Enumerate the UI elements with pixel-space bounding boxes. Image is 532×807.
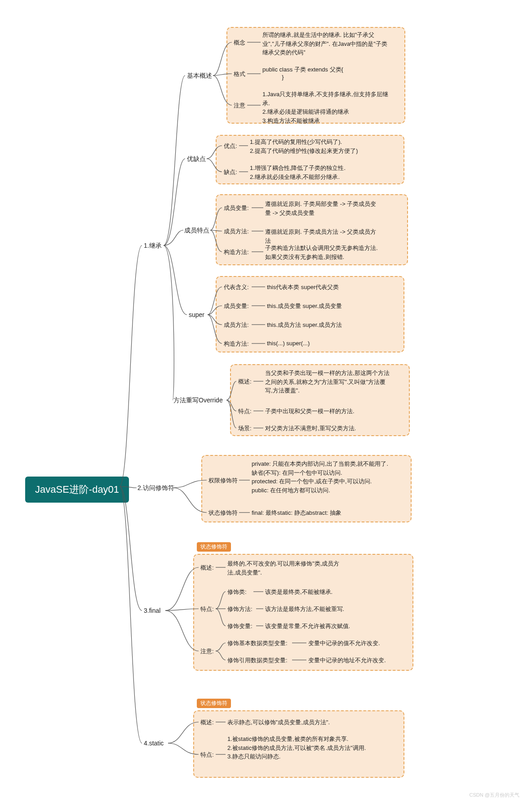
node-fb3: 该变量是常量,不允许被再次赋值. — [265, 622, 350, 630]
node-basic-note-l: 注意 — [234, 102, 245, 110]
node-con-l: 缺点: — [224, 168, 237, 176]
node-fb2: 该方法是最终方法,不能被重写. — [265, 605, 344, 613]
node-stb: 1.被static修饰的成员变量,被类的所有对象共享. 2.被static修饰的… — [227, 735, 380, 761]
node-access: 2.访问修饰符 — [137, 484, 174, 492]
node-basic-concept-l: 概念 — [234, 39, 245, 47]
node-fc1: 变量中记录的值不允许改变. — [308, 639, 380, 647]
node-pro: 1.提高了代码的复用性(少写代码了). 2.提高了代码的维护性(修改起来更方便了… — [250, 138, 376, 155]
node-sta-l: 概述: — [200, 718, 214, 727]
node-fc1-l: 修饰基本数据类型变量: — [227, 639, 288, 647]
node-inherit: 1.继承 — [144, 242, 162, 250]
node-mctor-l: 构造方法: — [224, 248, 249, 256]
node-sa-l: 代表含义: — [224, 283, 249, 291]
node-super: super — [189, 311, 204, 318]
mindmap-canvas: JavaSE进阶-day01 1.继承 2.访问修饰符 3.final 4.st… — [9, 9, 523, 800]
node-state: final: 最终static: 静态abstract: 抽象 — [252, 509, 341, 517]
node-mmeth: 遵循就近原则. 子类成员方法 -> 父类成员方法 — [265, 227, 382, 245]
node-state-l: 状态修饰符 — [208, 509, 238, 517]
watermark: CSDN @五月份的天气 — [470, 792, 519, 798]
node-proscons: 优缺点 — [187, 155, 206, 163]
node-fc2-l: 修饰引用数据类型变量: — [227, 656, 288, 664]
node-mctor: 子类构造方法默认会调用父类无参构造方法.如果父类没有无参构造,则报错. — [265, 244, 382, 261]
node-sd-l: 构造方法: — [224, 340, 249, 348]
node-sc: this.成员方法 super.成员方法 — [267, 321, 342, 329]
node-fb-l: 特点: — [200, 605, 214, 613]
tag-final: 状态修饰符 — [197, 542, 231, 552]
node-oc-l: 场景: — [238, 424, 252, 432]
node-fa: 最终的,不可改变的.可以用来修饰"类,成员方法,成员变量". — [227, 559, 344, 577]
node-fa-l: 概述: — [200, 564, 214, 572]
node-ob-l: 特点: — [238, 407, 252, 415]
node-fb1-l: 修饰类: — [227, 588, 247, 596]
node-final: 3.final — [144, 607, 160, 614]
node-pro-l: 优点: — [224, 142, 237, 150]
node-sd: this(...) super(...) — [267, 340, 310, 347]
node-override: 方法重写Override — [173, 397, 223, 405]
node-oc: 对父类方法不满意时,重写父类方法. — [265, 424, 356, 432]
node-sta: 表示静态,可以修饰"成员变量,成员方法". — [227, 718, 330, 727]
node-con: 1.增强了耦合性,降低了子类的独立性. 2.继承就必须全继承,不能部分继承. — [250, 164, 376, 181]
node-fb3-l: 修饰变量: — [227, 622, 253, 630]
node-basic: 基本概述 — [187, 72, 212, 80]
node-static: 4.static — [144, 740, 164, 747]
node-mvar: 遵循就近原则. 子类局部变量 -> 子类成员变量 -> 父类成员变量 — [265, 200, 382, 217]
node-fc2: 变量中记录的地址不允许改变. — [308, 656, 386, 664]
node-member: 成员特点 — [184, 227, 209, 235]
node-mvar-l: 成员变量: — [224, 204, 249, 212]
node-basic-format: public class 子类 extends 父类{ } — [262, 66, 343, 80]
node-mmeth-l: 成员方法: — [224, 227, 249, 236]
node-sb-l: 成员变量: — [224, 302, 249, 310]
tag-static: 状态修饰符 — [197, 699, 231, 708]
root-node: JavaSE进阶-day01 — [25, 477, 129, 503]
node-basic-concept: 所谓的继承,就是生活中的继承. 比如"子承父业","儿子继承父亲的财产". 在J… — [262, 31, 388, 57]
node-oa: 当父类和子类出现一模一样的方法,那这两个方法之间的关系,就称之为"方法重写".又… — [265, 369, 391, 395]
node-sc-l: 成员方法: — [224, 321, 249, 329]
node-oa-l: 概述: — [238, 378, 252, 386]
node-perm-l: 权限修饰符 — [208, 477, 238, 485]
node-perm: private: 只能在本类内部访问,出了当前类,就不能用了. 缺省(不写): … — [252, 459, 400, 495]
node-ob: 子类中出现和父类一模一样的方法. — [265, 407, 355, 415]
node-basic-note: 1.Java只支持单继承,不支持多继承,但支持多层继承. 2.继承必须是逻辑能讲… — [262, 90, 388, 125]
node-fb1: 该类是最终类,不能被继承. — [265, 588, 332, 596]
node-sa: this代表本类 super代表父类 — [267, 283, 339, 291]
node-stb-l: 特点: — [200, 751, 214, 759]
node-fb2-l: 修饰方法: — [227, 605, 253, 613]
node-fc-l: 注意: — [200, 647, 214, 655]
node-basic-format-l: 格式 — [234, 70, 245, 78]
node-sb: this.成员变量 super.成员变量 — [267, 302, 342, 310]
